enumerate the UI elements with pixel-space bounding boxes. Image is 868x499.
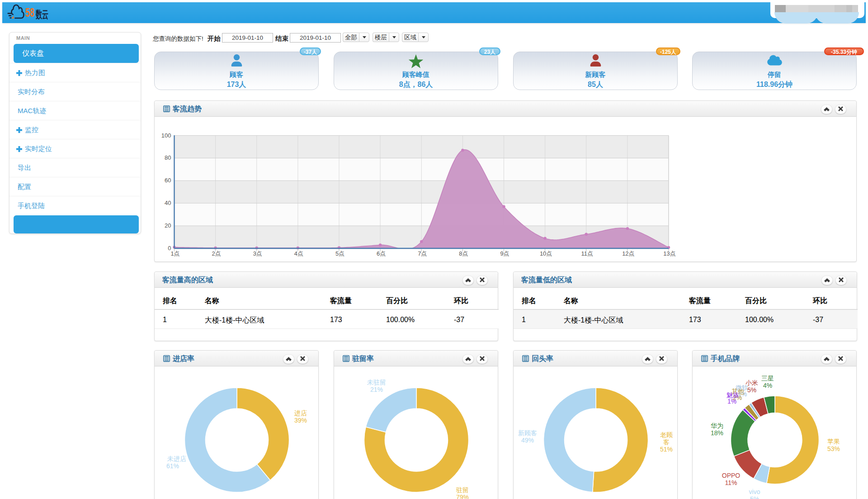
svg-text:9点: 9点 [500, 250, 509, 257]
svg-text:100: 100 [161, 132, 171, 139]
svg-text:10点: 10点 [540, 250, 552, 257]
svg-text:7点: 7点 [418, 250, 427, 257]
svg-text:1点: 1点 [170, 250, 179, 257]
svg-text:3点: 3点 [253, 250, 262, 257]
svg-text:6点: 6点 [377, 250, 386, 257]
svg-text:2点: 2点 [212, 250, 221, 257]
svg-text:13点: 13点 [663, 250, 675, 257]
svg-text:4点: 4点 [294, 250, 303, 257]
svg-text:80: 80 [165, 154, 171, 161]
svg-text:11点: 11点 [581, 250, 594, 257]
svg-text:40: 40 [165, 200, 171, 206]
svg-text:8点: 8点 [459, 250, 468, 257]
svg-text:60: 60 [165, 177, 171, 184]
svg-text:20: 20 [165, 222, 171, 229]
svg-text:12点: 12点 [622, 250, 634, 257]
svg-text:5点: 5点 [335, 250, 344, 257]
